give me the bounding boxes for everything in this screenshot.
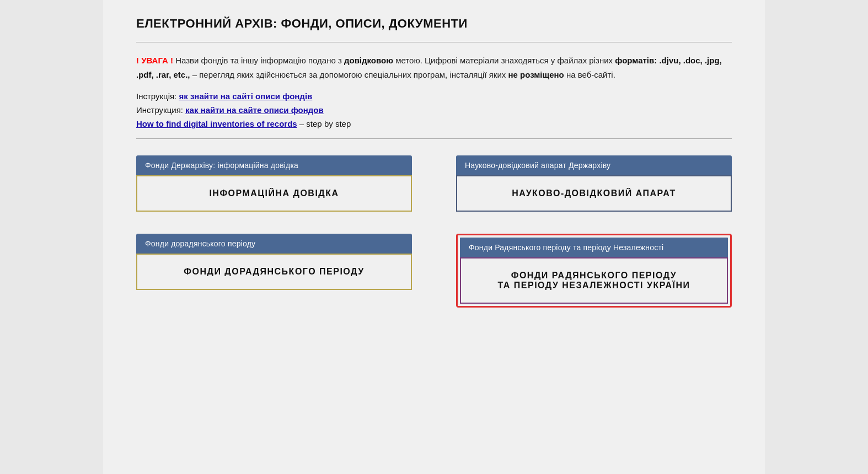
page-title: ЕЛЕКТРОННИЙ АРХІВ: ФОНДИ, ОПИСИ, ДОКУМЕН… — [136, 17, 732, 31]
button-group-radyanskyi-wrapper: Фонди Радянського періоду та періоду Нез… — [456, 234, 732, 308]
button-group-doradyanskyi: Фонди дорадянського періоду ФОНДИ ДОРАДЯ… — [136, 234, 412, 308]
page-container: ЕЛЕКТРОННИЙ АРХІВ: ФОНДИ, ОПИСИ, ДОКУМЕН… — [103, 0, 765, 474]
notice-text2: метою. Цифрові матеріали знаходяться у ф… — [393, 56, 615, 65]
notice-exclamation: ! УВАГА ! — [136, 56, 173, 65]
notice-paragraph: ! УВАГА ! Назви фондів та іншу інформаці… — [136, 53, 732, 82]
btn-header-doradyanskyi: Фонди дорадянського періоду — [136, 234, 412, 254]
instruction-link-2[interactable]: как найти на сайте описи фондов — [185, 105, 324, 115]
notice-text1: Назви фондів та іншу інформацію подано з — [175, 56, 344, 65]
notice-bold3: не розміщено — [508, 70, 564, 79]
btn-info-dovidka[interactable]: ІНФОРМАЦІЙНА ДОВІДКА — [136, 175, 412, 212]
btn-naukovo[interactable]: НАУКОВО-ДОВІДКОВИЙ АПАРАТ — [456, 175, 732, 212]
btn-header-info: Фонди Держархіву: інформаційна довідка — [136, 155, 412, 175]
how-to-suffix: – step by step — [297, 119, 351, 128]
notice-text3: – перегляд яких здійснюється за допомого… — [190, 70, 508, 79]
btn-radyanskyi[interactable]: ФОНДИ РАДЯНСЬКОГО ПЕРІОДУ ТА ПЕРІОДУ НЕЗ… — [460, 257, 728, 304]
instruction-prefix-2: Инструкция: — [136, 105, 185, 115]
button-group-naukovo: Науково-довідковий апарат Держархіву НАУ… — [456, 155, 732, 212]
buttons-grid: Фонди Держархіву: інформаційна довідка І… — [136, 155, 732, 308]
btn-header-naukovo: Науково-довідковий апарат Держархіву — [456, 155, 732, 175]
btn-header-radyanskyi: Фонди Радянського періоду та періоду Нез… — [460, 238, 728, 257]
btn-doradyanskyi[interactable]: ФОНДИ ДОРАДЯНСЬКОГО ПЕРІОДУ — [136, 254, 412, 290]
notice-text4: на веб-сайті. — [564, 70, 615, 79]
instruction-line-1: Інструкція: як знайти на сайті описи фон… — [136, 91, 732, 101]
notice-bold1: довідковою — [344, 56, 393, 65]
instruction-link-1[interactable]: як знайти на сайті описи фондів — [179, 91, 312, 101]
divider-top — [136, 42, 732, 42]
how-to-line: How to find digital inventories of recor… — [136, 119, 732, 128]
how-to-link[interactable]: How to find digital inventories of recor… — [136, 119, 297, 128]
instruction-line-2: Инструкция: как найти на сайте описи фон… — [136, 105, 732, 115]
instruction-prefix-1: Інструкція: — [136, 91, 179, 101]
button-group-info: Фонди Держархіву: інформаційна довідка І… — [136, 155, 412, 212]
divider-bottom — [136, 138, 732, 139]
button-group-radyanskyi: Фонди Радянського періоду та періоду Нез… — [460, 238, 728, 304]
notice-section: ! УВАГА ! Назви фондів та іншу інформаці… — [136, 53, 732, 82]
